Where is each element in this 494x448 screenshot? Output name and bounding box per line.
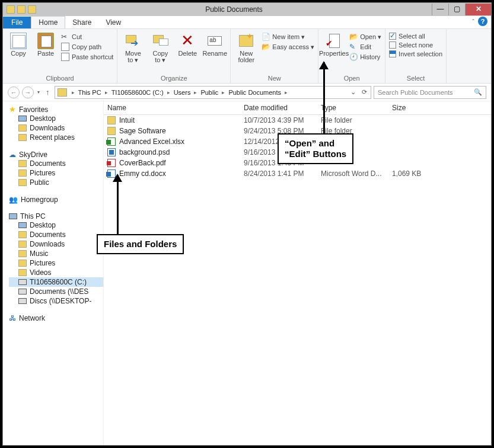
sidebar-item[interactable]: Music — [9, 249, 103, 258]
properties-button[interactable]: Properties — [322, 31, 346, 57]
folder-icon — [18, 231, 27, 238]
edit-icon — [349, 43, 358, 51]
desktop-icon — [18, 116, 27, 121]
title-bar: Public Documents — ▢ ✕ — [3, 3, 491, 16]
file-name: Advanced Excel.xlsx — [119, 137, 184, 146]
file-size: 1,069 KB — [388, 168, 436, 179]
tab-file[interactable]: File — [3, 17, 31, 28]
table-row[interactable]: Intuit10/7/2013 4:39 PMFile folder — [104, 115, 491, 126]
minimize-button[interactable]: — — [432, 4, 448, 15]
navigation-pane: ★Favorites Desktop Downloads Recent plac… — [3, 101, 104, 445]
sidebar-item[interactable]: Documents — [9, 230, 103, 239]
cut-button[interactable]: Cut — [61, 33, 113, 41]
breadcrumb[interactable]: Public Documents — [227, 89, 282, 96]
folder-icon — [18, 260, 27, 267]
sidebar-item[interactable]: Videos — [9, 268, 103, 277]
table-row[interactable]: Emmy cd.docx8/24/2013 1:41 PMMicrosoft W… — [104, 168, 491, 179]
col-type[interactable]: Type — [317, 101, 388, 114]
sidebar-item[interactable]: Discs (\\DESKTOP- — [9, 296, 103, 306]
column-headers[interactable]: Name Date modified Type Size — [104, 101, 491, 115]
sidebar-homegroup[interactable]: 👥Homegroup — [9, 196, 103, 204]
breadcrumb[interactable]: TI10658600C (C:) — [110, 89, 165, 96]
open-icon — [349, 33, 358, 41]
back-button[interactable]: ← — [8, 87, 20, 98]
file-date: 10/7/2013 4:39 PM — [240, 115, 317, 126]
sidebar-item-downloads[interactable]: Downloads — [9, 123, 103, 133]
folder-icon — [18, 160, 27, 167]
tab-view[interactable]: View — [98, 17, 128, 28]
refresh-icon[interactable]: ⟳ — [362, 88, 367, 96]
col-size[interactable]: Size — [388, 101, 436, 114]
up-button[interactable]: ↑ — [43, 88, 52, 97]
new-item-button[interactable]: New item ▾ — [262, 33, 314, 41]
close-button[interactable]: ✕ — [465, 4, 491, 15]
recent-dropdown-icon[interactable]: ▾ — [36, 89, 41, 95]
collapse-ribbon-icon[interactable]: ˆ — [472, 18, 474, 25]
select-none-button[interactable]: Select none — [389, 41, 442, 49]
copy-to-button[interactable]: Copy to ▾ — [148, 31, 172, 63]
sidebar-item-documents[interactable]: Documents — [9, 159, 103, 168]
history-button[interactable]: History — [349, 53, 381, 61]
paste-button[interactable]: Paste — [34, 31, 58, 57]
pc-icon — [9, 213, 17, 219]
dropdown-icon[interactable]: ⌄ — [350, 88, 356, 96]
star-icon: ★ — [9, 105, 16, 114]
annotation-arrow — [117, 175, 119, 234]
qat-icon[interactable] — [28, 5, 36, 14]
annotation-arrowhead — [113, 174, 122, 182]
invert-icon — [389, 50, 396, 57]
breadcrumb[interactable]: This PC — [77, 89, 103, 96]
sidebar-item[interactable]: Pictures — [9, 258, 103, 268]
new-folder-icon — [238, 33, 254, 49]
col-name[interactable]: Name — [104, 101, 240, 114]
rename-button[interactable]: Rename — [203, 31, 227, 57]
col-date[interactable]: Date modified — [240, 101, 317, 114]
sidebar-item-recent[interactable]: Recent places — [9, 133, 103, 142]
sidebar-favorites[interactable]: ★Favorites — [9, 105, 103, 114]
select-all-button[interactable]: Select all — [389, 33, 442, 40]
move-to-button[interactable]: Move to ▾ — [121, 31, 145, 63]
sidebar-item-pictures[interactable]: Pictures — [9, 168, 103, 178]
sidebar-item[interactable]: Desktop — [9, 220, 103, 230]
folder-icon — [18, 250, 27, 257]
edit-button[interactable]: Edit — [349, 43, 381, 51]
sidebar-item-public[interactable]: Public — [9, 178, 103, 187]
ribbon: Copy Paste Cut Copy path Paste shortcut … — [3, 29, 491, 84]
homegroup-icon: 👥 — [9, 196, 18, 204]
copy-icon — [10, 33, 27, 49]
breadcrumb[interactable]: Users — [173, 89, 192, 96]
file-name: CoverBack.pdf — [119, 159, 166, 167]
properties-icon — [326, 33, 342, 49]
drive-icon — [18, 279, 27, 285]
new-folder-button[interactable]: New folder — [234, 31, 258, 63]
paste-shortcut-button[interactable]: Paste shortcut — [61, 53, 113, 61]
qat-icon[interactable] — [17, 5, 26, 14]
breadcrumb[interactable]: Public — [199, 89, 219, 96]
sidebar-network[interactable]: 🖧Network — [9, 314, 103, 322]
open-button[interactable]: Open ▾ — [349, 33, 381, 41]
invert-selection-button[interactable]: Invert selection — [389, 50, 442, 57]
sidebar-item[interactable]: Downloads — [9, 239, 103, 249]
file-date: 8/24/2013 1:41 PM — [240, 168, 317, 179]
copy-path-button[interactable]: Copy path — [61, 43, 113, 51]
easy-access-button[interactable]: Easy access ▾ — [262, 43, 314, 51]
help-icon[interactable]: ? — [478, 17, 487, 26]
folder-icon — [18, 124, 27, 132]
delete-button[interactable]: ✕Delete — [176, 31, 199, 57]
sidebar-item[interactable]: Documents (\\DES — [9, 287, 103, 296]
tab-home[interactable]: Home — [31, 16, 65, 28]
sidebar-item-desktop[interactable]: Desktop — [9, 114, 103, 123]
sidebar-thispc[interactable]: This PC — [9, 212, 103, 220]
forward-button[interactable]: → — [22, 87, 34, 98]
maximize-button[interactable]: ▢ — [448, 4, 465, 15]
sidebar-skydrive[interactable]: ☁SkyDrive — [9, 151, 103, 159]
sidebar-item-drive-c[interactable]: TI10658600C (C:) — [9, 277, 103, 287]
qat-icon[interactable] — [7, 5, 15, 14]
group-label-open: Open — [322, 73, 381, 82]
folder-icon — [58, 88, 67, 97]
copy-button[interactable]: Copy — [7, 31, 30, 57]
file-size — [388, 151, 436, 153]
search-input[interactable]: Search Public Documents 🔍 — [374, 86, 486, 99]
tab-share[interactable]: Share — [65, 17, 98, 28]
group-label-clipboard: Clipboard — [7, 73, 113, 82]
